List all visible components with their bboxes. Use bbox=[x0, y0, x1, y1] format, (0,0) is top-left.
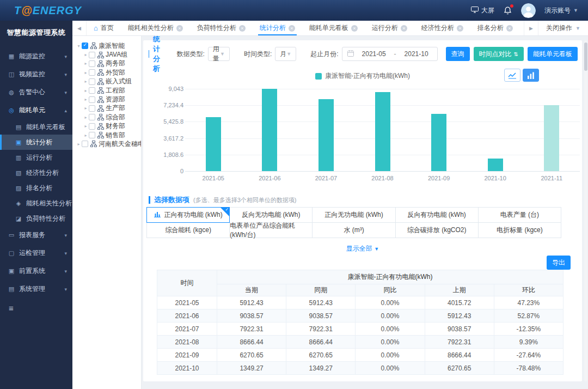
tree-checkbox[interactable]: ✓ bbox=[82, 42, 88, 49]
sidebar-item-video-monitor[interactable]: ◫视频监控▾ bbox=[0, 65, 72, 83]
tree-node-child-8[interactable]: ▸财务部 bbox=[76, 122, 141, 131]
tree-expand-icon[interactable]: ▸ bbox=[83, 97, 89, 102]
tree-checkbox[interactable] bbox=[89, 96, 95, 103]
unit-panel-button[interactable]: 能耗单元看板 bbox=[528, 47, 578, 61]
tab-economic[interactable]: 经济性分析× bbox=[414, 21, 470, 35]
scrollbar-thumb[interactable] bbox=[584, 42, 587, 71]
tree-expand-icon[interactable]: ▸ bbox=[76, 142, 82, 147]
close-icon[interactable]: × bbox=[289, 25, 295, 32]
export-button[interactable]: 导出 bbox=[547, 256, 571, 270]
tree-node-child-6[interactable]: ▸生产部 bbox=[76, 104, 141, 113]
tabs-scroll-left-icon[interactable]: ◀ bbox=[72, 21, 87, 35]
sidebar-item-rank-analysis[interactable]: ▨排名分析 bbox=[0, 180, 72, 196]
sidebar-item-economic-analysis[interactable]: ▧经济性分析 bbox=[0, 165, 72, 180]
tree-expand-icon[interactable]: ▸ bbox=[83, 133, 89, 138]
front-system-icon: ▣ bbox=[8, 268, 15, 275]
month-range-input[interactable]: 2021-05 - 2021-10 bbox=[342, 47, 438, 61]
sidebar-item-inspection-manage[interactable]: ▢运检管理▾ bbox=[0, 244, 72, 262]
tab-unit-board[interactable]: 能耗单元看板× bbox=[302, 21, 365, 35]
account-menu[interactable]: 演示账号 ▼ bbox=[544, 6, 578, 15]
notification-bell-icon[interactable] bbox=[503, 6, 512, 15]
data-item-option-3[interactable]: 反向有功电能 (kWh) bbox=[396, 208, 479, 223]
close-icon[interactable]: × bbox=[401, 25, 407, 32]
bar-chart-toggle[interactable] bbox=[523, 69, 539, 82]
time-type-select[interactable]: 月 ▼ bbox=[275, 47, 296, 61]
data-type-select[interactable]: 用量 ▼ bbox=[208, 47, 230, 61]
sidebar-item-energy-monitor[interactable]: ▦能源监控▾ bbox=[0, 47, 72, 65]
tab-home[interactable]: ⌂首页 bbox=[87, 21, 121, 35]
tab-stat[interactable]: 统计分析× bbox=[253, 21, 302, 35]
tab-correlation[interactable]: 能耗相关性分析× bbox=[121, 21, 190, 35]
tree-node-root[interactable]: ▾✓康派智能 bbox=[76, 41, 141, 50]
range-end-value[interactable]: 2021-10 bbox=[401, 50, 432, 58]
tree-node-child-4[interactable]: ▸工程部 bbox=[76, 86, 141, 95]
tree-checkbox[interactable] bbox=[89, 69, 95, 76]
data-item-option-5[interactable]: 综合能耗 (kgce) bbox=[147, 223, 230, 238]
data-item-option-7[interactable]: 水 (m³) bbox=[313, 223, 395, 238]
range-start-value[interactable]: 2021-05 bbox=[358, 50, 390, 58]
tree-node-child-2[interactable]: ▸外贸部 bbox=[76, 68, 141, 77]
tree-node-child-9[interactable]: ▸销售部 bbox=[76, 131, 141, 139]
data-item-option-8[interactable]: 综合碳排放 (kgCO2) bbox=[396, 223, 479, 238]
close-icon[interactable]: × bbox=[239, 25, 246, 32]
tree-expand-icon[interactable]: ▸ bbox=[83, 79, 89, 84]
tree-checkbox[interactable] bbox=[89, 132, 95, 138]
tree-expand-open-icon[interactable]: ▾ bbox=[76, 44, 82, 48]
sidebar-item-report-service[interactable]: ▭报表服务▾ bbox=[0, 226, 72, 244]
time-compare-button[interactable]: 时间点对比 ⇅ bbox=[474, 47, 524, 61]
data-item-option-4[interactable]: 电表产量 (台) bbox=[479, 208, 561, 223]
sidebar-item-energy-unit[interactable]: ◎能耗单元▴ bbox=[0, 101, 72, 119]
cell-value: 0.00% bbox=[356, 349, 425, 362]
sidebar-item-front-system[interactable]: ▣前置系统▾ bbox=[0, 262, 72, 280]
tree-node-sibling[interactable]: ▸河南航天金穗电子有 bbox=[76, 139, 141, 148]
tree-checkbox[interactable] bbox=[89, 105, 95, 112]
tree-expand-icon[interactable]: ▸ bbox=[83, 52, 89, 57]
data-item-option-9[interactable]: 电折标量 (kgce) bbox=[479, 223, 561, 238]
sidebar-item-correlation-analysis[interactable]: ◈能耗相关性分析 bbox=[0, 196, 72, 211]
tree-expand-icon[interactable]: ▸ bbox=[83, 70, 89, 75]
tree-node-child-7[interactable]: ▸综合部 bbox=[76, 113, 141, 121]
query-button[interactable]: 查询 bbox=[446, 47, 470, 61]
sidebar-item-run-analysis[interactable]: ▥运行分析 bbox=[0, 150, 72, 165]
close-operations-menu[interactable]: 关闭操作 ▼ bbox=[538, 21, 588, 35]
close-icon[interactable]: × bbox=[351, 25, 358, 32]
sidebar-item-alarm-center[interactable]: ◍告警中心▾ bbox=[0, 83, 72, 101]
scrollbar-track[interactable] bbox=[584, 40, 587, 381]
tree-checkbox[interactable] bbox=[89, 52, 95, 58]
tree-expand-icon[interactable]: ▸ bbox=[83, 115, 89, 120]
tree-checkbox[interactable] bbox=[82, 141, 88, 147]
sidebar-item-system-manage[interactable]: ▤系统管理▾ bbox=[0, 280, 72, 298]
avatar[interactable] bbox=[521, 3, 536, 18]
tree-checkbox[interactable] bbox=[89, 78, 95, 85]
close-icon[interactable]: × bbox=[176, 25, 183, 32]
sidebar-item-load-analysis[interactable]: ◪负荷特性分析 bbox=[0, 211, 72, 226]
sidebar-item-energy-unit-board[interactable]: ▤能耗单元看板 bbox=[0, 119, 72, 135]
line-chart-toggle[interactable] bbox=[504, 69, 520, 82]
big-screen-button[interactable]: 大屏 bbox=[471, 6, 494, 15]
tree-expand-icon[interactable]: ▸ bbox=[83, 88, 89, 93]
menu-collapse-icon[interactable]: ≡ bbox=[9, 303, 72, 313]
tree-expand-icon[interactable]: ▸ bbox=[83, 106, 89, 111]
data-item-option-6[interactable]: 电表单位产品综合能耗 (kWh/台) bbox=[230, 223, 313, 238]
tree-checkbox[interactable] bbox=[89, 87, 95, 94]
tree-node-child-1[interactable]: ▸商务部 bbox=[76, 59, 141, 68]
tree-expand-icon[interactable]: ▸ bbox=[83, 61, 89, 66]
tree-checkbox[interactable] bbox=[89, 60, 95, 67]
tab-rank[interactable]: 排名分析× bbox=[470, 21, 520, 35]
show-all-link[interactable]: 显示全部 ▼ bbox=[143, 244, 582, 253]
tab-load[interactable]: 负荷特性分析× bbox=[190, 21, 253, 35]
tree-node-child-3[interactable]: ▸嵌入式组 bbox=[76, 77, 141, 86]
tree-node-child-0[interactable]: ▸JAVA组 bbox=[76, 50, 141, 59]
tree-expand-icon[interactable]: ▸ bbox=[83, 124, 89, 129]
close-icon[interactable]: × bbox=[457, 25, 463, 32]
tabs-scroll-right-icon[interactable]: ▶ bbox=[524, 21, 538, 35]
data-item-option-2[interactable]: 正向无功电能 (kWh) bbox=[313, 208, 395, 223]
tree-checkbox[interactable] bbox=[89, 123, 95, 130]
tree-node-child-5[interactable]: ▸资源部 bbox=[76, 95, 141, 104]
tab-run[interactable]: 运行分析× bbox=[365, 21, 414, 35]
sidebar-item-stat-analysis[interactable]: ▣统计分析 bbox=[0, 135, 72, 150]
data-item-option-0[interactable]: 正向有功电能 (kWh)✓ bbox=[146, 207, 230, 223]
run-analysis-icon: ▥ bbox=[15, 154, 22, 161]
tree-checkbox[interactable] bbox=[89, 114, 95, 120]
close-icon[interactable]: × bbox=[506, 25, 513, 32]
